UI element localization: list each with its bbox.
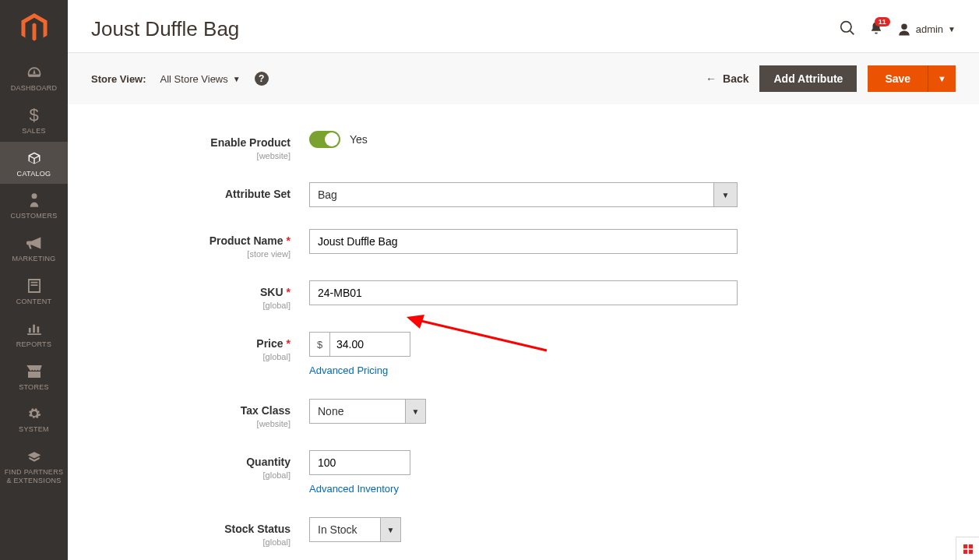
field-label-sku: SKU* — [260, 286, 291, 298]
add-attribute-button[interactable]: Add Attribute — [759, 65, 857, 92]
admin-sidebar: DASHBOARD $ SALES CATALOG CUSTOMERS MARK… — [0, 0, 68, 560]
select-value: Bag — [310, 183, 713, 206]
field-scope: [store view] — [91, 249, 291, 259]
enable-product-toggle[interactable] — [309, 131, 340, 148]
arrow-left-icon: ← — [706, 72, 717, 85]
cube-icon — [27, 150, 41, 167]
back-button[interactable]: ← Back — [706, 72, 748, 85]
store-view-label: Store View: — [91, 73, 146, 85]
gauge-icon — [26, 64, 42, 81]
product-form: Enable Product [website] Yes Attribute S… — [68, 104, 878, 560]
price-input[interactable] — [330, 333, 410, 356]
sidebar-item-label: FIND PARTNERS & EXTENSIONS — [3, 468, 65, 485]
store-view-value: All Store Views — [160, 73, 228, 85]
bar-chart-icon — [27, 320, 41, 337]
help-icon[interactable]: ? — [255, 72, 269, 86]
sidebar-item-dashboard[interactable]: DASHBOARD — [0, 56, 68, 99]
field-scope: [global] — [91, 352, 291, 361]
storefront-icon — [26, 363, 42, 380]
field-label-quantity: Quantity — [246, 456, 291, 468]
save-options-toggle[interactable]: ▼ — [928, 65, 956, 92]
select-value: None — [310, 400, 405, 423]
sku-input[interactable] — [309, 280, 738, 305]
attribute-set-select[interactable]: Bag ▼ — [309, 182, 738, 207]
sidebar-item-label: SYSTEM — [19, 425, 49, 434]
page-header: Joust Duffle Bag 11 admin ▼ — [68, 0, 979, 52]
toggle-value: Yes — [350, 133, 368, 146]
sidebar-item-catalog[interactable]: CATALOG — [0, 142, 68, 185]
select-value: In Stock — [310, 518, 380, 541]
handshake-icon — [26, 448, 42, 465]
advanced-inventory-link[interactable]: Advanced Inventory — [309, 483, 399, 495]
save-split-button: Save ▼ — [868, 65, 956, 92]
sidebar-item-label: REPORTS — [16, 340, 51, 349]
person-icon — [29, 192, 40, 209]
sidebar-item-sales[interactable]: $ SALES — [0, 99, 68, 142]
product-name-input[interactable] — [309, 229, 738, 254]
sidebar-item-reports[interactable]: REPORTS — [0, 312, 68, 355]
sidebar-item-label: DASHBOARD — [11, 84, 58, 93]
gear-icon — [27, 405, 41, 422]
field-scope: [global] — [91, 537, 291, 547]
magento-logo[interactable] — [0, 0, 68, 56]
field-label-product-name: Product Name* — [210, 234, 291, 247]
sidebar-item-label: STORES — [19, 383, 49, 392]
field-scope: [website] — [91, 419, 291, 428]
megaphone-icon — [26, 234, 42, 252]
field-label-price: Price* — [256, 337, 291, 350]
page-title: Joust Duffle Bag — [91, 17, 239, 41]
chevron-down-icon: ▼ — [713, 183, 737, 206]
toolbar: Store View: All Store Views ▼ ? ← Back A… — [68, 52, 979, 104]
sidebar-item-stores[interactable]: STORES — [0, 355, 68, 398]
sidebar-item-customers[interactable]: CUSTOMERS — [0, 184, 68, 227]
sidebar-item-label: MARKETING — [12, 255, 55, 263]
sidebar-item-label: CATALOG — [17, 170, 51, 178]
sidebar-item-label: SALES — [22, 127, 46, 136]
chevron-down-icon: ▼ — [948, 25, 956, 33]
quantity-input[interactable] — [309, 450, 410, 475]
field-scope: [global] — [91, 301, 291, 310]
user-menu[interactable]: admin ▼ — [897, 23, 956, 37]
search-icon[interactable] — [840, 20, 855, 39]
sidebar-item-system[interactable]: SYSTEM — [0, 397, 68, 440]
page-icon — [28, 277, 40, 294]
svg-marker-1 — [407, 315, 424, 329]
username: admin — [916, 23, 943, 35]
back-label: Back — [723, 72, 748, 85]
tax-class-select[interactable]: None ▼ — [309, 399, 426, 424]
notification-count: 11 — [875, 17, 890, 26]
field-scope: [website] — [91, 151, 291, 160]
chevron-down-icon: ▼ — [233, 75, 241, 83]
sidebar-item-content[interactable]: CONTENT — [0, 269, 68, 312]
notifications-icon[interactable]: 11 — [869, 21, 883, 38]
sidebar-item-marketing[interactable]: MARKETING — [0, 227, 68, 269]
sidebar-item-label: CONTENT — [16, 298, 52, 306]
chevron-down-icon: ▼ — [405, 400, 425, 423]
save-button[interactable]: Save — [868, 65, 928, 92]
field-label-attribute-set: Attribute Set — [225, 188, 291, 200]
field-label-enable: Enable Product — [210, 136, 291, 149]
corner-badge-icon[interactable] — [956, 537, 979, 560]
field-scope: [global] — [91, 470, 291, 480]
store-view-switcher[interactable]: All Store Views ▼ — [160, 73, 241, 85]
stock-status-select[interactable]: In Stock ▼ — [309, 517, 401, 542]
field-label-stock-status: Stock Status — [224, 523, 291, 535]
field-label-tax-class: Tax Class — [241, 404, 291, 417]
dollar-icon: $ — [29, 107, 38, 124]
currency-symbol: $ — [310, 333, 330, 356]
sidebar-item-partners[interactable]: FIND PARTNERS & EXTENSIONS — [0, 440, 68, 491]
sidebar-item-label: CUSTOMERS — [10, 212, 57, 220]
chevron-down-icon: ▼ — [380, 518, 400, 541]
advanced-pricing-link[interactable]: Advanced Pricing — [309, 365, 388, 376]
